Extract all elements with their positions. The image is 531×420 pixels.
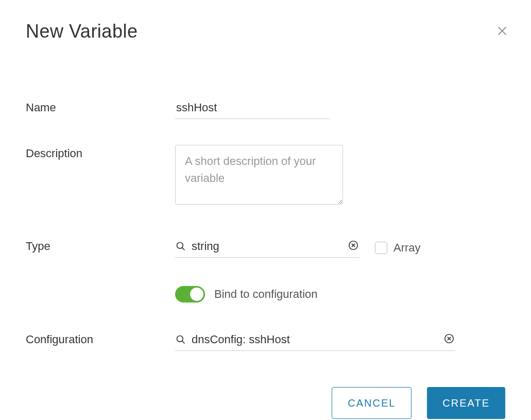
bind-toggle[interactable] xyxy=(175,286,205,303)
new-variable-dialog: New Variable Name Description Type xyxy=(0,0,531,420)
type-label: Type xyxy=(26,238,175,253)
configuration-clear-button[interactable] xyxy=(443,333,455,346)
type-field[interactable] xyxy=(175,238,359,258)
search-icon xyxy=(175,241,186,252)
configuration-field[interactable] xyxy=(175,331,455,351)
svg-point-2 xyxy=(177,243,183,249)
name-row: Name xyxy=(26,99,505,119)
description-textarea[interactable] xyxy=(175,145,343,205)
toggle-knob xyxy=(190,288,203,301)
name-label: Name xyxy=(26,99,175,114)
description-label: Description xyxy=(26,145,175,160)
cancel-button[interactable]: CANCEL xyxy=(332,387,412,419)
name-input[interactable] xyxy=(175,99,330,119)
svg-line-8 xyxy=(182,341,185,344)
type-row: Type Arr xyxy=(26,238,505,258)
create-button[interactable]: CREATE xyxy=(427,387,505,419)
dialog-title: New Variable xyxy=(26,21,505,42)
type-search-input[interactable] xyxy=(192,239,347,254)
type-clear-button[interactable] xyxy=(347,240,359,253)
clear-icon xyxy=(443,333,455,346)
close-button[interactable] xyxy=(495,25,509,39)
array-checkbox-label: Array xyxy=(393,241,421,255)
configuration-search-input[interactable] xyxy=(192,332,443,347)
clear-icon xyxy=(348,240,359,253)
configuration-row: Configuration xyxy=(26,331,505,351)
description-row: Description xyxy=(26,145,505,207)
svg-line-3 xyxy=(182,248,185,250)
search-icon xyxy=(175,334,186,345)
bind-toggle-label: Bind to configuration xyxy=(214,288,318,301)
bind-row: Bind to configuration xyxy=(26,286,505,303)
configuration-label: Configuration xyxy=(26,331,175,346)
array-checkbox-group: Array xyxy=(375,241,421,255)
svg-point-7 xyxy=(177,336,183,342)
dialog-footer: CANCEL CREATE xyxy=(26,387,505,419)
array-checkbox[interactable] xyxy=(375,242,387,254)
close-icon xyxy=(496,25,508,39)
